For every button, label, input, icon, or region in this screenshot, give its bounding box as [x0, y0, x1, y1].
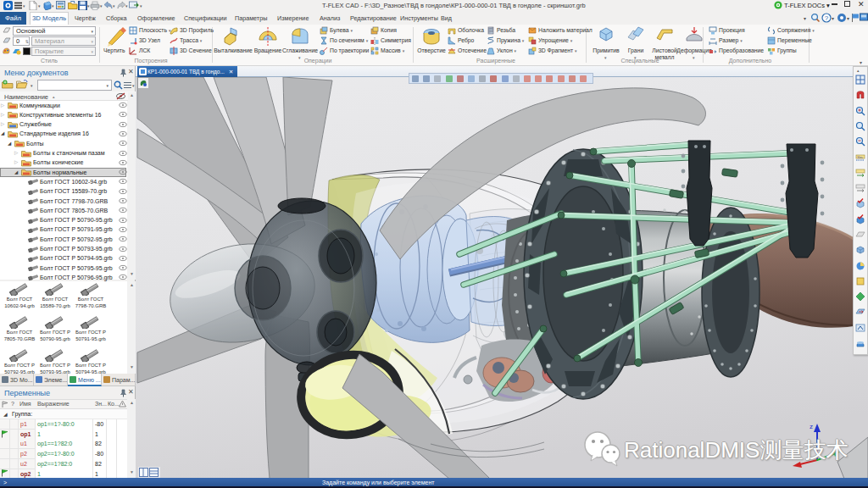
- svg-text:z: z: [810, 423, 813, 430]
- svg-text:Yes: Yes: [857, 155, 863, 159]
- svg-text:?: ?: [825, 14, 829, 22]
